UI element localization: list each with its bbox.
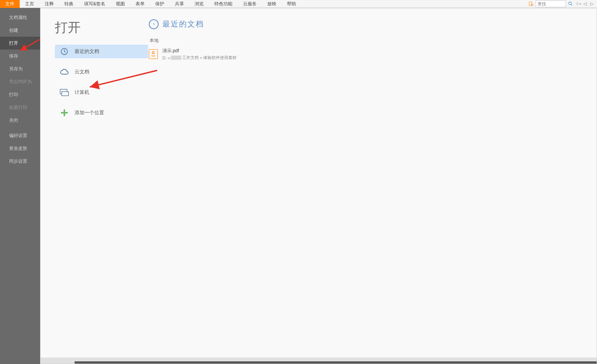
sidebar-item-0[interactable]: 文档属性 [0, 11, 40, 24]
menu-tab-8[interactable]: 共享 [170, 0, 189, 8]
menu-tab-12[interactable]: 放映 [262, 0, 282, 8]
find-icon-button[interactable] [527, 0, 535, 7]
pdf-file-icon: GPDF [149, 49, 158, 59]
source-item-label: 云文档 [75, 68, 89, 75]
open-sources-column: 打开 最近的文档云文档计算机添加一个位置 [41, 8, 149, 364]
chevron-right-icon: ▷ [590, 1, 594, 6]
source-item-label: 添加一个位置 [75, 109, 104, 116]
menubar-tabs: 文件主页注释转换填写&签名视图表单保护共享浏览特色功能云服务放映帮助 [0, 0, 301, 8]
source-list: 最近的文档云文档计算机添加一个位置 [55, 45, 149, 120]
menu-tab-0[interactable]: 文件 [0, 0, 20, 8]
menu-tab-10[interactable]: 特色功能 [209, 0, 238, 8]
menu-tab-7[interactable]: 保护 [150, 0, 170, 8]
sidebar: 文档属性创建打开保存另存为导出PDF为打印批量打印关闭偏好设置更改皮肤同步设置 [0, 8, 40, 364]
nav-forward-button[interactable]: ▷ [589, 1, 595, 7]
sidebar-item-10[interactable]: 更改皮肤 [0, 142, 40, 155]
plus-icon [59, 108, 69, 118]
svg-line-4 [571, 5, 572, 6]
sidebar-item-6[interactable]: 打印 [0, 88, 40, 101]
source-item-plus[interactable]: 添加一个位置 [55, 106, 148, 120]
page-title: 打开 [55, 19, 149, 36]
menubar-right: ▾ ◁ ▷ [527, 0, 597, 7]
sidebar-item-7: 批量打印 [0, 101, 40, 114]
file-row[interactable]: GPDF 演示.pdf D: »工作文档 » 体验软件使用素材 [149, 47, 585, 61]
status-bar-accent [75, 361, 597, 364]
svg-point-3 [569, 2, 571, 5]
menu-tab-9[interactable]: 浏览 [189, 0, 209, 8]
nav-back-button[interactable]: ◁ [582, 1, 588, 7]
sidebar-item-11[interactable]: 同步设置 [0, 155, 40, 168]
search-input[interactable] [538, 2, 564, 6]
search-go-button[interactable] [567, 0, 574, 7]
search-box[interactable] [536, 0, 566, 7]
recent-section-label: 本地 [149, 37, 585, 44]
menu-tab-11[interactable]: 云服务 [238, 0, 262, 8]
cloud-icon [59, 67, 69, 77]
source-item-label: 最近的文档 [75, 48, 99, 55]
chevron-left-icon: ◁ [583, 1, 587, 6]
page-find-icon [528, 1, 534, 6]
menu-tab-2[interactable]: 注释 [39, 0, 59, 8]
computer-icon [59, 87, 69, 97]
content-area: 打开 最近的文档云文档计算机添加一个位置 最近的文档 本地 GPDF 演示.pd… [40, 8, 597, 364]
source-item-label: 计算机 [75, 89, 89, 96]
menu-tab-4[interactable]: 填写&签名 [79, 0, 111, 8]
recent-title: 最近的文档 [162, 19, 204, 29]
svg-line-2 [533, 5, 533, 6]
source-item-computer[interactable]: 计算机 [55, 86, 148, 99]
clock-icon [149, 19, 159, 29]
search-icon [568, 1, 573, 6]
gear-icon [575, 1, 580, 6]
sidebar-item-8[interactable]: 关闭 [0, 114, 40, 127]
svg-rect-8 [62, 92, 69, 96]
redacted-segment [171, 56, 181, 60]
menu-tab-5[interactable]: 视图 [111, 0, 130, 8]
file-info: 演示.pdf D: »工作文档 » 体验软件使用素材 [162, 48, 237, 61]
menu-tab-13[interactable]: 帮助 [282, 0, 301, 8]
source-item-cloud[interactable]: 云文档 [55, 65, 148, 79]
file-path: D: »工作文档 » 体验软件使用素材 [162, 55, 237, 61]
menu-tab-1[interactable]: 主页 [20, 0, 39, 8]
menubar: 文件主页注释转换填写&签名视图表单保护共享浏览特色功能云服务放映帮助 ▾ ◁ ▷ [0, 0, 597, 8]
file-list: GPDF 演示.pdf D: »工作文档 » 体验软件使用素材 [149, 47, 585, 61]
recent-header: 最近的文档 [149, 19, 585, 29]
sidebar-item-3[interactable]: 保存 [0, 50, 40, 62]
settings-dropdown[interactable]: ▾ [575, 1, 581, 7]
sidebar-item-5: 导出PDF为 [0, 75, 40, 88]
clock-icon [59, 47, 69, 56]
sidebar-item-2[interactable]: 打开 [0, 37, 40, 50]
recent-files-column: 最近的文档 本地 GPDF 演示.pdf D: »工作文档 » 体验软件使用素材 [149, 8, 597, 364]
sidebar-item-9[interactable]: 偏好设置 [0, 129, 40, 142]
menu-tab-6[interactable]: 表单 [130, 0, 150, 8]
menu-tab-3[interactable]: 转换 [59, 0, 79, 8]
source-item-clock[interactable]: 最近的文档 [55, 45, 148, 58]
svg-rect-10 [61, 112, 68, 114]
sidebar-item-1[interactable]: 创建 [0, 24, 40, 37]
sidebar-item-4[interactable]: 另存为 [0, 62, 40, 75]
svg-point-5 [577, 3, 578, 5]
file-name: 演示.pdf [162, 48, 237, 54]
